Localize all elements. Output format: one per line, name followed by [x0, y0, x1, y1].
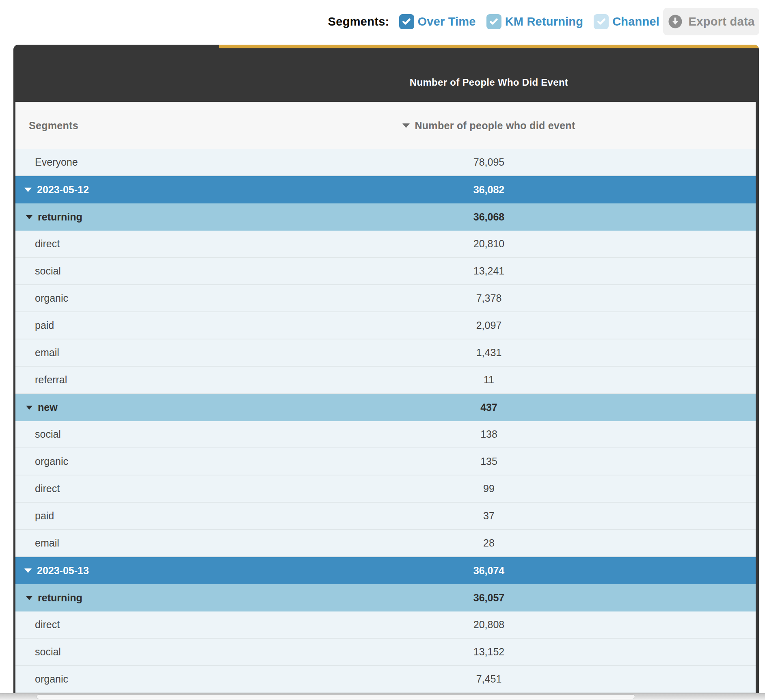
row-value: 78,095: [231, 156, 747, 168]
table-row-group[interactable]: returning36,068: [15, 203, 756, 231]
row-label-cell: paid: [15, 320, 231, 331]
table-row-group[interactable]: returning36,057: [15, 584, 756, 611]
table-header-row: Segments Number of people who did event: [15, 102, 756, 149]
table-row-sub: email28: [15, 530, 756, 557]
horizontal-scrollbar-thumb[interactable]: [37, 694, 635, 699]
table-row-group[interactable]: new437: [15, 394, 756, 421]
collapse-triangle-icon[interactable]: [24, 188, 32, 192]
row-label-cell: referral: [15, 374, 231, 386]
table-row-sub: direct99: [15, 475, 756, 503]
kissmetrics-report-page: Segments: Over TimeKM ReturningChannel E…: [0, 0, 765, 700]
channel-toggle[interactable]: Channel: [594, 14, 659, 29]
row-label-cell: 2023-05-12: [15, 184, 231, 196]
row-label-cell: direct: [15, 238, 231, 250]
segment-controls: Segments: Over TimeKM ReturningChannel: [0, 0, 659, 43]
sort-triangle-icon[interactable]: [402, 123, 410, 128]
row-label-cell: social: [15, 428, 231, 440]
collapse-triangle-icon[interactable]: [26, 406, 32, 410]
segment-toggle-list: Over TimeKM ReturningChannel: [399, 14, 659, 29]
km-returning-toggle-label: KM Returning: [505, 15, 583, 28]
value-column-header[interactable]: Number of people who did event: [231, 120, 747, 132]
row-label: paid: [35, 510, 54, 522]
table-row-sub: referral11: [15, 367, 756, 394]
horizontal-scrollbar[interactable]: [0, 693, 765, 700]
table-row-sub: organic135: [15, 448, 756, 475]
table-row-sub: paid2,097: [15, 312, 756, 339]
row-label-cell: organic: [15, 456, 231, 467]
table-body: Everyone78,0952023-05-1236,082returning3…: [15, 149, 756, 693]
row-label: 2023-05-12: [37, 184, 89, 196]
row-label: organic: [35, 292, 68, 304]
row-label-cell: Everyone: [15, 156, 231, 168]
table-row-sub: email1,431: [15, 339, 756, 367]
row-value: 7,378: [231, 292, 747, 304]
table-row-sub: social138: [15, 421, 756, 448]
row-label-cell: 2023-05-13: [15, 565, 231, 577]
value-column-header-label: Number of people who did event: [415, 120, 575, 132]
table-row-plain: Everyone78,095: [15, 149, 756, 176]
table-row-sub: organic7,378: [15, 285, 756, 312]
row-label-cell: social: [15, 265, 231, 277]
row-value: 20,808: [231, 619, 747, 631]
panel-title: Number of People Who Did Event: [231, 77, 747, 102]
table-row-date[interactable]: 2023-05-1236,082: [15, 176, 756, 203]
row-label-cell: organic: [15, 673, 231, 685]
row-label-cell: new: [15, 402, 231, 413]
row-label: social: [35, 265, 61, 277]
row-value: 437: [231, 402, 747, 413]
row-label-cell: organic: [15, 292, 231, 304]
topbar: Segments: Over TimeKM ReturningChannel E…: [0, 0, 765, 43]
row-label: social: [35, 646, 61, 658]
export-button-label: Export data: [689, 15, 755, 28]
table-row-sub: social13,241: [15, 258, 756, 285]
panel-header: Number of People Who Did Event: [15, 45, 756, 102]
export-download-icon: [668, 14, 683, 29]
table-row-sub: direct20,810: [15, 231, 756, 258]
row-label-cell: returning: [15, 592, 231, 604]
row-label: returning: [38, 592, 82, 604]
row-label-cell: email: [15, 537, 231, 549]
row-value: 36,068: [231, 211, 747, 223]
over-time-toggle[interactable]: Over Time: [399, 14, 476, 29]
row-label-cell: paid: [15, 510, 231, 522]
over-time-checkbox[interactable]: [399, 14, 414, 29]
row-label: direct: [35, 619, 60, 631]
row-label: organic: [35, 673, 68, 685]
row-label: returning: [38, 211, 82, 223]
row-value: 36,082: [231, 184, 747, 196]
table-row-sub: direct20,808: [15, 611, 756, 639]
row-label: 2023-05-13: [37, 565, 89, 577]
channel-toggle-label: Channel: [612, 15, 659, 28]
table-row-sub: organic7,451: [15, 666, 756, 693]
row-value: 13,241: [231, 265, 747, 277]
row-label: direct: [35, 483, 60, 495]
row-label-cell: direct: [15, 619, 231, 631]
row-label: social: [35, 428, 61, 440]
row-label: Everyone: [35, 156, 78, 168]
export-data-button[interactable]: Export data: [663, 8, 759, 35]
channel-checkbox[interactable]: [594, 14, 609, 29]
row-label: direct: [35, 238, 60, 250]
collapse-triangle-icon[interactable]: [26, 215, 32, 219]
row-value: 36,057: [231, 592, 747, 604]
row-label: email: [35, 347, 59, 359]
collapse-triangle-icon[interactable]: [26, 596, 32, 600]
row-value: 1,431: [231, 347, 747, 359]
segments-column-header: Segments: [15, 120, 231, 132]
segments-caption: Segments:: [328, 15, 389, 28]
km-returning-checkbox[interactable]: [486, 14, 501, 29]
row-label: paid: [35, 320, 54, 331]
km-returning-toggle[interactable]: KM Returning: [486, 14, 583, 29]
row-value: 11: [231, 374, 747, 386]
row-label-cell: email: [15, 347, 231, 359]
row-value: 13,152: [231, 646, 747, 658]
row-label: email: [35, 537, 59, 549]
table-row-date[interactable]: 2023-05-1336,074: [15, 557, 756, 584]
row-label: referral: [35, 374, 67, 386]
row-label: new: [38, 402, 58, 413]
over-time-toggle-label: Over Time: [418, 15, 476, 28]
segments-table: Segments Number of people who did event …: [15, 102, 756, 694]
collapse-triangle-icon[interactable]: [24, 568, 32, 573]
row-label-cell: returning: [15, 211, 231, 223]
row-value: 36,074: [231, 565, 747, 577]
